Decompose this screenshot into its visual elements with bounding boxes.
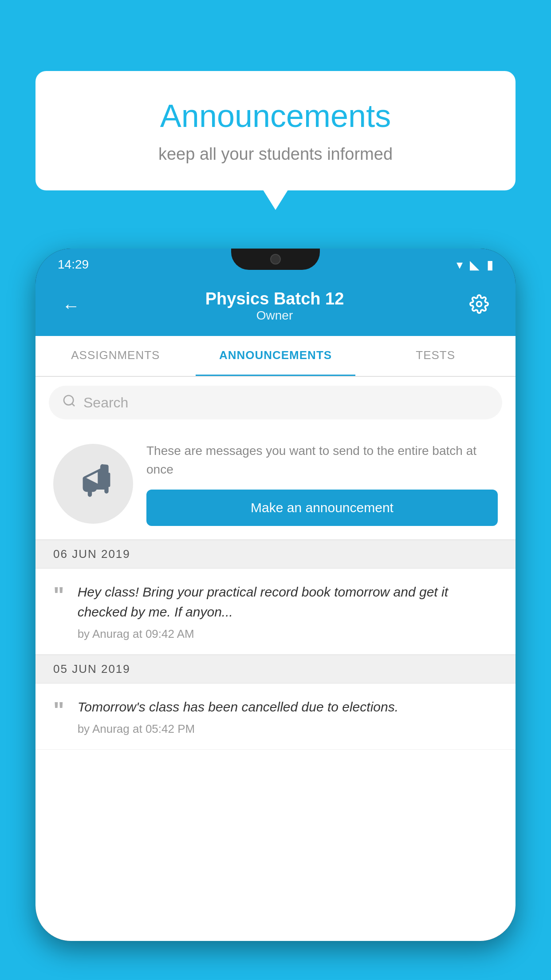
speech-bubble-container: Announcements keep all your students inf… xyxy=(35,71,516,190)
speech-bubble-title: Announcements xyxy=(71,98,480,134)
announcement-item-2[interactable]: " Tomorrow's class has been cancelled du… xyxy=(35,684,516,750)
phone-frame: 14:29 ▾ ◣ ▮ ← Physics Batch 12 Owner xyxy=(35,249,516,941)
announcement-text-2: Tomorrow's class has been cancelled due … xyxy=(78,697,498,717)
search-bar[interactable]: Search xyxy=(49,386,502,419)
tab-tests[interactable]: TESTS xyxy=(355,336,516,376)
quote-icon-1: " xyxy=(53,584,64,607)
header-title: Physics Batch 12 xyxy=(84,289,465,308)
phone-screen: 14:29 ▾ ◣ ▮ ← Physics Batch 12 Owner xyxy=(35,249,516,941)
svg-point-1 xyxy=(64,395,73,405)
status-icons: ▾ ◣ ▮ xyxy=(457,257,493,272)
tabs-container: ASSIGNMENTS ANNOUNCEMENTS TESTS xyxy=(35,336,516,377)
front-camera xyxy=(270,254,281,265)
phone-mockup: 14:29 ▾ ◣ ▮ ← Physics Batch 12 Owner xyxy=(35,249,516,980)
prompt-right: These are messages you want to send to t… xyxy=(146,442,498,526)
megaphone-circle xyxy=(53,444,133,524)
announcement-meta-2: by Anurag at 05:42 PM xyxy=(78,722,498,736)
header-title-area: Physics Batch 12 Owner xyxy=(84,289,465,323)
svg-line-2 xyxy=(72,403,75,406)
speech-bubble-subtitle: keep all your students informed xyxy=(71,145,480,164)
search-placeholder: Search xyxy=(83,395,128,411)
announcement-text-1: Hey class! Bring your practical record b… xyxy=(78,582,498,622)
app-header: ← Physics Batch 12 Owner xyxy=(35,281,516,336)
header-subtitle: Owner xyxy=(84,308,465,323)
announcement-item-1[interactable]: " Hey class! Bring your practical record… xyxy=(35,569,516,655)
speech-bubble: Announcements keep all your students inf… xyxy=(35,71,516,190)
prompt-description: These are messages you want to send to t… xyxy=(146,442,498,479)
content-area: Search These are messages you want to xyxy=(35,377,516,941)
megaphone-icon xyxy=(73,460,113,508)
svg-point-0 xyxy=(477,302,482,307)
signal-icon: ◣ xyxy=(470,257,480,272)
settings-button[interactable] xyxy=(465,290,493,322)
status-time: 14:29 xyxy=(58,257,89,272)
quote-icon-2: " xyxy=(53,699,64,722)
date-divider-2: 05 JUN 2019 xyxy=(35,655,516,684)
tab-announcements[interactable]: ANNOUNCEMENTS xyxy=(196,336,356,376)
date-divider-1: 06 JUN 2019 xyxy=(35,540,516,569)
announcement-meta-1: by Anurag at 09:42 AM xyxy=(78,627,498,641)
announcement-content-2: Tomorrow's class has been cancelled due … xyxy=(78,697,498,736)
wifi-icon: ▾ xyxy=(457,257,463,272)
announcement-content-1: Hey class! Bring your practical record b… xyxy=(78,582,498,641)
announcement-prompt: These are messages you want to send to t… xyxy=(35,428,516,540)
battery-icon: ▮ xyxy=(487,257,493,272)
back-button[interactable]: ← xyxy=(58,292,84,320)
phone-notch xyxy=(231,249,320,270)
make-announcement-button[interactable]: Make an announcement xyxy=(146,490,498,526)
search-icon xyxy=(62,394,76,411)
tab-assignments[interactable]: ASSIGNMENTS xyxy=(35,336,196,376)
